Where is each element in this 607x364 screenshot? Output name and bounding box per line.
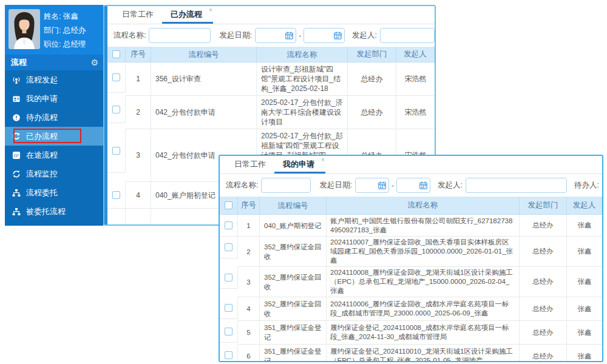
- gplus-square-icon: G+: [12, 150, 21, 160]
- process-name-input[interactable]: [261, 178, 311, 193]
- calendar-icon[interactable]: [378, 181, 386, 189]
- tab-daily-work[interactable]: 日常工作: [114, 6, 162, 24]
- process-name-input[interactable]: [149, 28, 211, 43]
- row-checkbox[interactable]: [112, 73, 120, 81]
- svg-text:+: +: [17, 153, 19, 157]
- podcast-icon: [12, 75, 21, 84]
- row-checkbox[interactable]: [225, 304, 232, 312]
- col-person: 发起人: [567, 197, 602, 215]
- row-checkbox[interactable]: [225, 328, 232, 335]
- calendar-icon[interactable]: [285, 32, 293, 39]
- sidebar-section-process: 流程 ⚙: [5, 55, 103, 70]
- close-icon[interactable]: ×: [209, 7, 212, 13]
- calendar-icon[interactable]: [419, 181, 427, 189]
- col-seq: 序号: [126, 47, 151, 62]
- tab-my-applications[interactable]: 我的申请 ×: [274, 156, 325, 174]
- win2-tabbar: 日常工作 我的申请 ×: [220, 156, 602, 174]
- gear-icon[interactable]: ⚙: [90, 55, 98, 70]
- user-department: 部门: 总经办: [44, 24, 86, 38]
- sitemap-icon: [12, 207, 21, 216]
- row-checkbox[interactable]: [112, 191, 120, 199]
- initiator-input[interactable]: [466, 178, 567, 193]
- row-checkbox[interactable]: [112, 106, 120, 113]
- process-name-label: 流程名称:: [226, 180, 258, 190]
- col-dept: 发起部门: [520, 197, 567, 215]
- initiator-label: 发起人:: [352, 30, 377, 41]
- start-date-label: 发起日期:: [319, 180, 351, 190]
- table-row: [220, 321, 238, 343]
- row-checkbox[interactable]: [225, 351, 232, 359]
- user-position: 职位: 总经理: [44, 38, 86, 52]
- col-code: 流程编号: [151, 47, 257, 62]
- desktop: 姓名: 张鑫 部门: 总经办 职位: 总经理 流程 ⚙ 流程发起 我的申请: [0, 0, 607, 364]
- table-row: [107, 62, 126, 93]
- user-name: 姓名: 张鑫: [44, 10, 86, 24]
- win2-filter-bar: 流程名称: 发起日期: - 发起人: 待办人:: [220, 174, 602, 197]
- tab-done-process[interactable]: 已办流程 ×: [162, 6, 213, 24]
- tab-daily-work[interactable]: 日常工作: [226, 156, 274, 174]
- sidebar-item-process-delegate[interactable]: 流程委托: [5, 183, 103, 202]
- row-checkbox[interactable]: [225, 243, 232, 251]
- sidebar-item-todo-process[interactable]: 待办流程: [5, 108, 103, 127]
- col-name: 流程名称: [327, 197, 520, 215]
- sync-icon: [12, 169, 21, 178]
- table-row: [220, 345, 238, 362]
- table-row: [107, 209, 126, 226]
- sidebar-item-process-start[interactable]: 流程发起: [5, 70, 103, 89]
- select-all-checkbox[interactable]: [225, 201, 232, 209]
- process-name-label: 流程名称:: [114, 30, 146, 41]
- select-all-header: [107, 47, 126, 62]
- calendar-icon[interactable]: [334, 32, 342, 39]
- table-row: [220, 297, 238, 319]
- select-all-checkbox[interactable]: [112, 50, 120, 58]
- col-code: 流程编号: [260, 197, 327, 215]
- initiator-label: 发起人:: [438, 180, 463, 190]
- table-row: [107, 129, 126, 173]
- id-card-icon: [12, 94, 21, 103]
- avatar-illustration: [8, 9, 40, 49]
- sidebar-item-in-transit-process[interactable]: G+ 在途流程: [5, 146, 103, 164]
- sidebar-item-process-search[interactable]: 流程检索: [5, 221, 103, 226]
- window-my-applications: 日常工作 我的申请 × 流程名称: 发起日期: -: [219, 155, 603, 362]
- sidebar-item-done-process[interactable]: 已办流程: [5, 127, 103, 146]
- sidebar-item-delegated-process[interactable]: 被委托流程: [5, 202, 103, 221]
- sitemap-icon: [12, 188, 21, 197]
- sidebar-item-process-monitor[interactable]: 流程监控: [5, 164, 103, 183]
- table-row: [220, 215, 238, 237]
- table-row: [220, 237, 238, 258]
- table-row: [107, 96, 126, 123]
- select-all-header: [220, 197, 238, 215]
- col-seq: 序号: [238, 197, 260, 215]
- todo-person-label: 待办人:: [574, 180, 599, 190]
- sidebar-menu: 流程发起 我的申请 待办流程 已办流程: [5, 70, 103, 226]
- win1-filter-bar: 流程名称: 发起日期: - 发起人:: [107, 24, 435, 47]
- col-name: 流程名称: [257, 47, 348, 62]
- sidebar-item-my-applications[interactable]: 我的申请: [5, 89, 103, 108]
- row-checkbox[interactable]: [112, 147, 120, 155]
- row-checkbox[interactable]: [225, 221, 232, 229]
- table-row: [107, 182, 126, 209]
- close-icon[interactable]: ×: [321, 157, 325, 163]
- date-range-separator: -: [299, 32, 301, 40]
- start-date-label: 发起日期:: [219, 30, 251, 41]
- sidebar: 姓名: 张鑫 部门: 总经办 职位: 总经理 流程 ⚙ 流程发起 我的申请: [5, 5, 103, 226]
- table-row: [220, 267, 238, 289]
- exclamation-circle-icon: [12, 113, 21, 122]
- avatar: [8, 9, 40, 49]
- col-dept: 发起部门: [348, 47, 396, 62]
- user-profile: 姓名: 张鑫 部门: 总经办 职位: 总经理: [5, 5, 103, 55]
- redo-arrow-icon: [12, 132, 21, 141]
- initiator-input[interactable]: [380, 28, 435, 43]
- row-checkbox[interactable]: [225, 274, 232, 281]
- date-range-separator: -: [392, 181, 394, 190]
- win1-tabbar: 日常工作 已办流程 ×: [107, 6, 435, 24]
- my-applications-table: 序号 流程编号 流程名称 发起部门 发起人 1 040_账户期初登记 账户期初_…: [220, 197, 602, 362]
- col-person: 发起人: [396, 47, 435, 62]
